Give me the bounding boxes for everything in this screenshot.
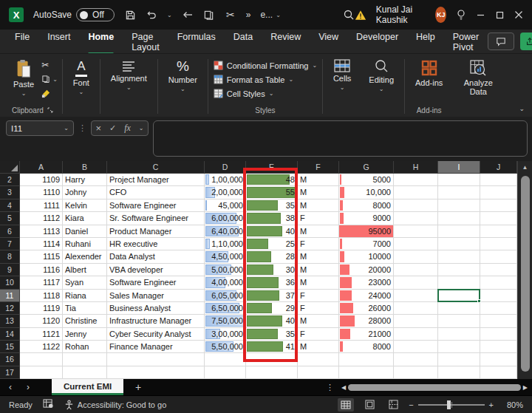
conditional-formatting-button[interactable]: Conditional Formatting⌄ <box>214 61 317 70</box>
cell-B5[interactable]: Kiara <box>63 212 107 225</box>
cell-E9[interactable]: 30 <box>246 264 298 276</box>
cell-C9[interactable]: VBA developer <box>107 264 205 276</box>
close-button[interactable] <box>514 10 524 19</box>
cell-G17[interactable] <box>339 366 394 379</box>
row-header-16[interactable]: 16 <box>0 353 20 366</box>
cell-H11[interactable] <box>394 290 438 302</box>
cell-I4[interactable] <box>438 199 480 212</box>
cell-F3[interactable]: M <box>298 186 339 199</box>
cut-icon[interactable]: ✂ <box>225 9 236 21</box>
sheet-next-icon[interactable]: › <box>21 379 35 395</box>
ribbon-tab-power-pivot[interactable]: Power Pivot <box>444 27 488 56</box>
cell-D8[interactable]: 4,50,000 <box>205 250 246 263</box>
cell-E7[interactable]: 25 <box>246 238 298 250</box>
column-header-E[interactable]: E <box>246 161 298 174</box>
page-break-view-button[interactable] <box>385 398 401 412</box>
cell-E4[interactable]: 35 <box>246 199 298 212</box>
cell-A12[interactable]: 1119 <box>20 302 63 315</box>
cell-B16[interactable] <box>63 353 107 366</box>
cell-F17[interactable] <box>298 366 339 379</box>
cell-F10[interactable]: M <box>298 276 339 289</box>
row-header-8[interactable]: 8 <box>0 250 20 263</box>
cell-J9[interactable] <box>480 264 517 276</box>
cell-A6[interactable]: 1113 <box>20 225 63 238</box>
cell-I13[interactable] <box>438 315 480 327</box>
row-header-14[interactable]: 14 <box>0 328 20 341</box>
cell-A10[interactable]: 1117 <box>20 276 63 289</box>
cell-G12[interactable]: 26000 <box>339 302 394 315</box>
excel-logo-icon[interactable]: X <box>9 7 24 22</box>
cell-G13[interactable]: 28000 <box>339 315 394 327</box>
cell-A13[interactable]: 1120 <box>20 315 63 327</box>
cell-F12[interactable]: F <box>298 302 339 315</box>
vertical-scrollbar[interactable]: ▲ <box>517 161 532 379</box>
name-box-dropdown-icon[interactable]: ⌄ <box>64 125 69 132</box>
cell-B2[interactable]: Harry <box>63 174 107 186</box>
cell-F15[interactable]: M <box>298 341 339 353</box>
cell-E15[interactable]: 41 <box>246 341 298 353</box>
cell-C10[interactable]: Software Engineer <box>107 276 205 289</box>
cell-H8[interactable] <box>394 250 438 263</box>
cell-J16[interactable] <box>480 353 517 366</box>
search-icon[interactable] <box>343 9 355 21</box>
cell-J17[interactable] <box>480 366 517 379</box>
warning-icon[interactable] <box>355 9 366 21</box>
fx-dropdown-icon[interactable]: ⌄ <box>139 125 144 132</box>
row-header-7[interactable]: 7 <box>0 238 20 250</box>
cell-A11[interactable]: 1118 <box>20 290 63 302</box>
cell-G6[interactable]: 95000 <box>339 225 394 238</box>
alignment-dropdown-icon[interactable]: ⌄ <box>126 84 132 91</box>
cell-J11[interactable] <box>480 290 517 302</box>
addins-button[interactable]: Add-ins <box>409 57 449 89</box>
cell-H3[interactable] <box>394 186 438 199</box>
cell-F5[interactable]: F <box>298 212 339 225</box>
cell-B4[interactable]: Kelvin <box>63 199 107 212</box>
column-header-C[interactable]: C <box>107 161 205 174</box>
undo-dropdown-icon[interactable]: ⌄ <box>167 12 172 18</box>
autosave-control[interactable]: AutoSave Off <box>33 8 115 21</box>
row-header-15[interactable]: 15 <box>0 341 20 353</box>
column-header-J[interactable]: J <box>480 161 517 174</box>
zoom-slider-thumb[interactable] <box>447 400 451 409</box>
selected-cell[interactable] <box>437 289 480 302</box>
cells-dropdown-icon[interactable]: ⌄ <box>340 84 345 91</box>
row-header-13[interactable]: 13 <box>0 315 20 327</box>
ribbon-tab-file[interactable]: File <box>6 27 38 56</box>
cell-J6[interactable] <box>480 225 517 238</box>
cell-B12[interactable]: Tia <box>63 302 107 315</box>
cell-D10[interactable]: 4,00,000 <box>205 276 246 289</box>
column-header-B[interactable]: B <box>63 161 107 174</box>
cell-H9[interactable] <box>394 264 438 276</box>
cell-E16[interactable] <box>246 353 298 366</box>
cell-D15[interactable]: 5,50,000 <box>205 341 246 353</box>
ribbon-tab-help[interactable]: Help <box>407 27 444 56</box>
normal-view-button[interactable] <box>338 398 354 412</box>
cell-G7[interactable]: 7000 <box>339 238 394 250</box>
vertical-scroll-thumb[interactable] <box>521 176 530 372</box>
ribbon-tab-insert[interactable]: Insert <box>38 27 79 56</box>
cell-D13[interactable]: 7,50,000 <box>205 315 246 327</box>
cell-C17[interactable] <box>107 366 205 379</box>
cell-J8[interactable] <box>480 250 517 263</box>
cell-D2[interactable]: 1,00,000 <box>205 174 246 186</box>
cell-H14[interactable] <box>394 328 438 341</box>
row-header-3[interactable]: 3 <box>0 186 20 199</box>
cancel-button[interactable]: × <box>95 123 101 134</box>
fill-handle[interactable] <box>477 299 481 303</box>
cell-G2[interactable]: 5000 <box>339 174 394 186</box>
macro-record-icon[interactable] <box>43 399 54 410</box>
row-header-5[interactable]: 5 <box>0 212 20 225</box>
cell-J3[interactable] <box>480 186 517 199</box>
cell-E10[interactable]: 36 <box>246 276 298 289</box>
cell-H2[interactable] <box>394 174 438 186</box>
cell-D7[interactable]: 1,10,000 <box>205 238 246 250</box>
cell-B7[interactable]: Ruhani <box>63 238 107 250</box>
cell-H15[interactable] <box>394 341 438 353</box>
cell-C8[interactable]: Data Analyst <box>107 250 205 263</box>
cell-I10[interactable] <box>438 276 480 289</box>
cell-D12[interactable]: 6,50,000 <box>205 302 246 315</box>
row-header-10[interactable]: 10 <box>0 276 20 289</box>
row-header-2[interactable]: 2 <box>0 174 20 186</box>
cell-E17[interactable] <box>246 366 298 379</box>
cell-G5[interactable]: 9000 <box>339 212 394 225</box>
